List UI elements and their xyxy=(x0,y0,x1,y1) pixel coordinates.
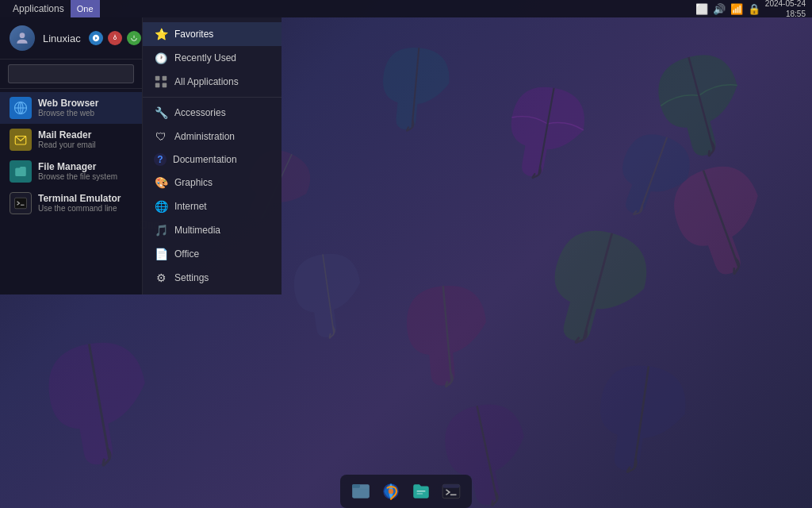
category-favorites[interactable]: ⭐ Favorites xyxy=(143,22,282,46)
pinned-app-file-manager[interactable]: File Manager Browse the file system xyxy=(0,156,142,187)
svg-rect-30 xyxy=(417,491,426,492)
svg-rect-31 xyxy=(417,493,423,495)
taskbar xyxy=(0,475,812,508)
all-apps-icon xyxy=(154,75,168,89)
user-name: Linuxiac xyxy=(43,33,81,44)
category-graphics[interactable]: 🎨 Graphics xyxy=(143,171,282,194)
top-panel: Applications #252545 One ⬜ 🔊 📶 🔒 2024-05… xyxy=(0,0,812,17)
window-manager-icon[interactable]: ⬜ xyxy=(695,3,708,15)
user-avatar xyxy=(10,25,35,51)
taskbar-terminal-icon[interactable] xyxy=(437,478,465,505)
user-settings-icon[interactable] xyxy=(89,31,103,45)
search-input[interactable] xyxy=(8,64,134,83)
taskbar-firefox-icon[interactable] xyxy=(377,478,405,505)
taskbar-thunar-icon[interactable] xyxy=(407,478,435,505)
svg-rect-23 xyxy=(155,83,160,88)
internet-icon: 🌐 xyxy=(154,199,168,214)
svg-point-29 xyxy=(389,489,394,495)
menu-left-panel: Linuxiac xyxy=(0,17,143,294)
taskbar-icons-group xyxy=(340,475,472,508)
svg-rect-21 xyxy=(155,76,160,81)
taskbar-files-icon[interactable] xyxy=(347,478,375,505)
graphics-icon: 🎨 xyxy=(154,175,168,190)
svg-rect-27 xyxy=(353,489,369,490)
category-divider xyxy=(143,97,282,98)
multimedia-icon: 🎵 xyxy=(154,223,168,237)
file-manager-icon xyxy=(10,160,32,183)
panel-left: Applications #252545 One xyxy=(6,0,100,17)
administration-icon: 🛡 xyxy=(154,129,168,144)
pinned-apps-list: Web Browser Browse the web Mail Reader R… xyxy=(0,89,142,294)
svg-rect-24 xyxy=(163,83,167,88)
network-icon[interactable]: 📶 xyxy=(730,3,743,15)
svg-point-12 xyxy=(20,33,25,38)
pinned-app-terminal[interactable]: Terminal Emulator Use the command line xyxy=(0,187,142,219)
lock-icon[interactable]: 🔒 xyxy=(748,3,760,15)
svg-rect-22 xyxy=(163,76,167,81)
workspace-indicator[interactable]: #252545 One xyxy=(71,0,100,17)
svg-rect-26 xyxy=(352,484,360,487)
panel-right: ⬜ 🔊 📶 🔒 2024-05-24 18:55 xyxy=(695,0,806,19)
terminal-icon xyxy=(10,192,32,214)
svg-point-13 xyxy=(113,37,116,39)
category-settings[interactable]: ⚙ Settings xyxy=(143,266,282,290)
pinned-app-web-browser[interactable]: Web Browser Browse the web xyxy=(0,92,142,124)
user-logout-icon[interactable] xyxy=(127,31,141,45)
user-power-icon[interactable] xyxy=(108,31,122,45)
svg-rect-19 xyxy=(15,198,27,209)
pinned-app-mail-reader[interactable]: Mail Reader Read your email xyxy=(0,124,142,156)
category-accessories[interactable]: 🔧 Accessories xyxy=(143,101,282,125)
accessories-icon: 🔧 xyxy=(154,106,168,120)
category-all-applications[interactable]: All Applications xyxy=(143,70,282,94)
category-documentation[interactable]: ? Documentation xyxy=(143,148,282,171)
mail-reader-icon xyxy=(10,129,32,151)
category-administration[interactable]: 🛡 Administration xyxy=(143,125,282,148)
category-recently-used[interactable]: 🕐 Recently Used xyxy=(143,46,282,70)
settings-icon: ⚙ xyxy=(154,271,168,285)
applications-menu-button[interactable]: Applications xyxy=(6,0,71,17)
svg-rect-33 xyxy=(442,484,460,487)
category-office[interactable]: 📄 Office xyxy=(143,242,282,266)
documentation-icon: ? xyxy=(154,153,167,166)
user-section: Linuxiac xyxy=(0,17,142,60)
category-internet[interactable]: 🌐 Internet xyxy=(143,194,282,218)
web-browser-icon xyxy=(10,97,32,119)
menu-right-panel: ⭐ Favorites 🕐 Recently Used All Applicat… xyxy=(143,17,282,294)
datetime-display: 2024-05-24 18:55 xyxy=(765,0,806,19)
volume-icon[interactable]: 🔊 xyxy=(713,3,726,15)
search-section xyxy=(0,60,142,89)
category-multimedia[interactable]: 🎵 Multimedia xyxy=(143,218,282,242)
user-action-icons xyxy=(89,31,141,45)
office-icon: 📄 xyxy=(154,247,168,261)
app-menu: Linuxiac xyxy=(0,17,282,294)
favorites-icon: ⭐ xyxy=(154,27,168,41)
recently-used-icon: 🕐 xyxy=(154,51,168,65)
